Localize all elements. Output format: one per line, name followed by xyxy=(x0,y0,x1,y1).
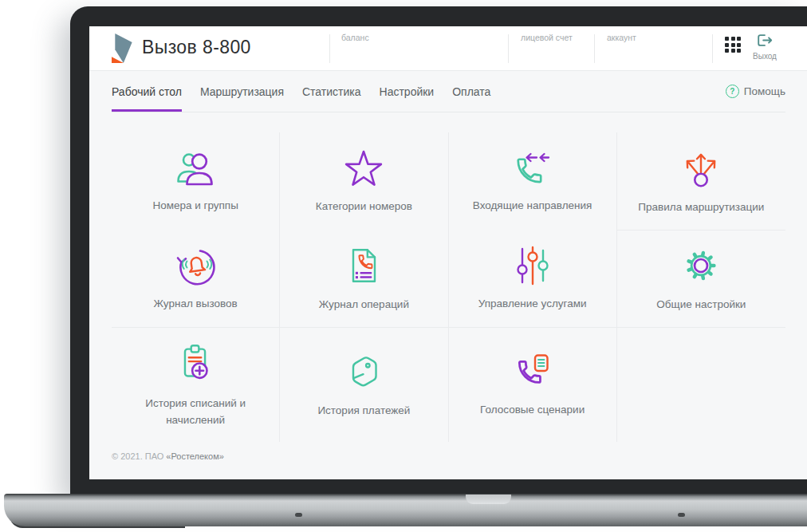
tile-label: Категории номеров xyxy=(316,199,412,215)
tile-label: Голосовые сценарии xyxy=(480,402,585,418)
voice-script-icon xyxy=(510,351,555,392)
header-divider xyxy=(712,34,713,63)
header-divider xyxy=(594,34,595,63)
tab-routing[interactable]: Маршрутизация xyxy=(200,71,284,112)
tile-label: Общие настройки xyxy=(656,297,746,313)
help-label: Помощь xyxy=(744,85,785,97)
incoming-call-icon xyxy=(510,148,555,188)
route-branch-icon xyxy=(679,147,723,190)
account-field-label: аккаунт xyxy=(607,33,636,42)
logout-button[interactable]: Выход xyxy=(748,33,781,61)
dashboard-tile-grid: Номера и группы Категории номеров Входящ… xyxy=(112,132,785,442)
tile-label: Журнал операций xyxy=(319,297,409,313)
header-divider xyxy=(508,34,509,63)
tile-voice-scenarios[interactable]: Голосовые сценарии xyxy=(449,328,617,442)
header-divider xyxy=(329,34,330,63)
tab-desktop[interactable]: Рабочий стол xyxy=(112,71,182,112)
operations-document-icon xyxy=(341,244,386,287)
footer-copyright: © 2021. ПАО«Ростелеком» xyxy=(112,451,785,461)
tile-routing-rules[interactable]: Правила маршрутизации xyxy=(617,132,785,231)
help-link[interactable]: ? Помощь xyxy=(726,71,785,112)
app-title: Вызов 8-800 xyxy=(142,37,251,58)
laptop-base xyxy=(4,494,807,526)
rubber-foot xyxy=(295,513,302,517)
tile-payment-history[interactable]: История платежей xyxy=(280,328,448,442)
call-log-bell-icon xyxy=(171,245,219,286)
logout-label: Выход xyxy=(748,52,781,61)
account-number-field-label: лицевой счет xyxy=(521,33,573,42)
tile-label: Номера и группы xyxy=(152,198,238,214)
sliders-icon xyxy=(512,245,553,286)
tile-numbers-groups[interactable]: Номера и группы xyxy=(112,132,280,231)
app-header: Вызов 8-800 баланс лицевой счет аккаунт … xyxy=(89,26,807,71)
empty-grid-cell xyxy=(617,328,785,442)
tile-incoming-directions[interactable]: Входящие направления xyxy=(449,132,617,231)
tile-operations-log[interactable]: Журнал операций xyxy=(280,231,448,328)
users-icon xyxy=(173,148,218,188)
tile-charges-history[interactable]: История списаний и начислений xyxy=(112,328,280,442)
laptop-screen: Вызов 8-800 баланс лицевой счет аккаунт … xyxy=(89,26,807,479)
tab-statistics[interactable]: Статистика xyxy=(302,71,361,112)
tile-label: История списаний и начислений xyxy=(128,396,262,428)
gear-icon xyxy=(679,244,723,287)
apps-grid-button[interactable] xyxy=(725,37,742,54)
tab-payment[interactable]: Оплата xyxy=(452,71,490,112)
tile-label: Журнал вызовов xyxy=(154,296,238,312)
clipboard-plus-icon xyxy=(173,341,218,386)
tile-label: Правила маршрутизации xyxy=(638,199,764,215)
rostelecom-logo-icon xyxy=(112,33,133,63)
wallet-icon xyxy=(341,350,386,393)
tile-label: Входящие направления xyxy=(473,198,592,214)
star-icon xyxy=(341,148,386,189)
rubber-foot xyxy=(678,513,685,517)
laptop-lid-notch xyxy=(466,495,511,504)
tab-settings[interactable]: Настройки xyxy=(380,71,435,112)
logout-icon xyxy=(756,33,774,47)
tile-call-log[interactable]: Журнал вызовов xyxy=(112,231,280,328)
balance-field-label: баланс xyxy=(341,33,369,42)
tile-label: Управление услугами xyxy=(478,296,587,312)
tile-general-settings[interactable]: Общие настройки xyxy=(617,231,785,328)
question-circle-icon: ? xyxy=(726,85,739,98)
main-nav: Рабочий стол Маршрутизация Статистика На… xyxy=(112,71,785,112)
tile-service-management[interactable]: Управление услугами xyxy=(449,231,617,328)
tile-label: История платежей xyxy=(317,403,410,419)
tile-number-categories[interactable]: Категории номеров xyxy=(280,132,448,231)
